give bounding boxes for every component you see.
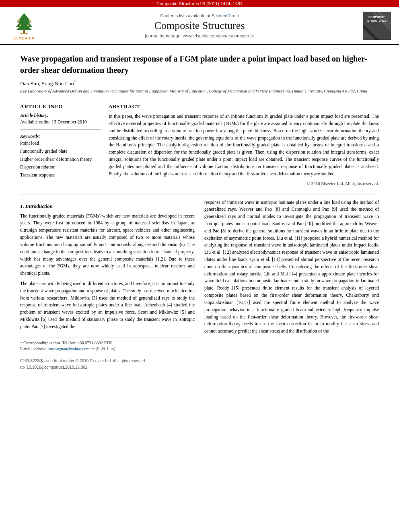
svg-point-8 [27,25,29,27]
footnote-star-line: * Corresponding author. Tel./fax: +86 07… [20,340,195,346]
article-title: Wave propagation and transient response … [20,53,379,76]
available-online: Available online 13 December 2010 [20,119,101,125]
body-col-left: 1. Introduction The functionally graded … [20,199,195,371]
author-star: * [74,80,76,84]
paper-content: Wave propagation and transient response … [0,45,399,378]
top-bar: Composite Structures 93 (2011) 1474–1484 [0,0,399,7]
journal-header: ELSEVIER Contents lists available at Sci… [0,7,399,45]
divider-1 [20,99,379,99]
journal-citation: Composite Structures 93 (2011) 1474–1484 [156,1,243,6]
intro-para-2: The plates are widely being used in diff… [20,280,195,331]
svg-text:STRUCTURES: STRUCTURES [367,19,387,22]
keyword-1: Point load [20,140,101,148]
contents-line: Contents lists available at ScienceDirec… [40,13,359,18]
divider-2 [20,195,379,195]
elsevier-label-text: ELSEVIER [14,36,35,40]
section-1-heading: 1. Introduction [20,202,195,210]
keyword-list: Point load Functionally graded plate Hig… [20,140,101,179]
svg-point-5 [17,19,20,22]
keyword-4: Dispersion relation [20,163,101,171]
abstract-section: ABSTRACT In this paper, the wave propaga… [109,103,379,189]
elsevier-logo: ELSEVIER [8,11,40,40]
history-label: Article history: [20,113,101,118]
info-section: ARTICLE INFO Article history: Available … [20,103,379,189]
elsevier-logo-area: ELSEVIER [8,11,40,40]
copyright-line: © 2010 Elsevier Ltd. All rights reserved… [109,181,379,186]
footnote-email-link[interactable]: luosongnan@yahoo.com.cn [47,347,95,351]
keyword-5: Transient response [20,171,101,179]
body-col-right: response of transient wave in isotropic … [204,199,379,371]
svg-point-6 [29,19,31,22]
elsevier-tree-icon [12,11,36,35]
doi-line: doi:10.1016/j.compstruct.2010.12.002 [20,364,195,371]
issn-line: 0263-8223/$ - see front matter © 2010 El… [20,358,195,364]
keyword-2: Functionally graded plate [20,148,101,156]
keyword-3: Higher-order shear deformation theory [20,156,101,164]
authors-line: Dan Sun, Song-Nan Luo* [20,80,379,87]
keywords-label: Keywords: [20,134,101,139]
composite-logo-icon: COMPOSITE STRUCTURES [363,12,391,40]
journal-info-center: Contents lists available at ScienceDirec… [40,13,359,38]
affiliation: Key Laboratory of Advanced Design and Si… [20,88,379,94]
svg-text:COMPOSITE: COMPOSITE [368,16,385,18]
author-names: Dan Sun, Song-Nan Luo [20,80,74,86]
article-info-panel: ARTICLE INFO Article history: Available … [20,103,101,189]
sciencedirect-link[interactable]: ScienceDirect [212,13,239,18]
footnote-email-suffix: (S.-N. Luo). [96,347,116,351]
journal-title: Composite Structures [40,20,359,32]
body-columns: 1. Introduction The functionally graded … [20,199,379,371]
intro-para-3: response of transient wave in isotropic … [204,199,379,335]
footnote-email-line: E-mail address: luosongnan@yahoo.com.cn … [20,346,195,352]
footnote-area: * Corresponding author. Tel./fax: +86 07… [20,337,195,353]
footnote-email-label: E-mail address: [20,347,47,351]
intro-para-1: The functionally graded materials (FGMs)… [20,213,195,277]
contents-text: Contents lists available at [160,13,210,18]
article-info-title: ARTICLE INFO [20,103,101,110]
footnote-star-text: * Corresponding author. Tel./fax: +86 07… [20,341,113,345]
abstract-text: In this paper, the wave propagation and … [109,113,379,177]
divider-keywords [20,129,101,130]
bottom-info: 0263-8223/$ - see front matter © 2010 El… [20,358,195,370]
composite-logo-area: COMPOSITE STRUCTURES [359,12,391,40]
svg-point-7 [19,25,21,27]
journal-homepage: journal homepage: www.elsevier.com/locat… [40,33,359,38]
composite-logo: COMPOSITE STRUCTURES [363,12,391,40]
abstract-title: ABSTRACT [109,103,379,110]
